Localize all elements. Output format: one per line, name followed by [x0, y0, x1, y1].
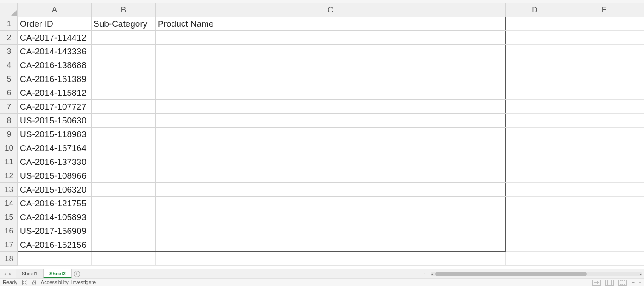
cell-A3[interactable]: CA-2014-143336 — [18, 45, 92, 58]
cell-C16[interactable] — [156, 224, 506, 238]
cell-A15[interactable]: CA-2014-105893 — [18, 210, 92, 224]
cell-C15[interactable] — [156, 210, 506, 224]
cell-C8[interactable] — [156, 114, 506, 128]
cell-D4[interactable] — [506, 58, 564, 72]
cell-A14[interactable]: CA-2016-121755 — [18, 197, 92, 210]
view-normal-button[interactable] — [592, 280, 601, 286]
cell-B16[interactable] — [92, 224, 156, 238]
cell-C9[interactable] — [156, 128, 506, 141]
scrollbar-thumb[interactable] — [435, 272, 587, 276]
cell-D13[interactable] — [506, 183, 564, 197]
cell-B10[interactable] — [92, 141, 156, 155]
cell-E12[interactable] — [564, 169, 644, 183]
cell-A10[interactable]: CA-2014-167164 — [18, 141, 92, 155]
cell-E4[interactable] — [564, 58, 644, 72]
tab-next-icon[interactable]: ▸ — [9, 271, 12, 277]
cell-D1[interactable] — [506, 17, 564, 31]
row-header[interactable]: 3 — [0, 45, 18, 58]
row-header[interactable]: 12 — [0, 169, 18, 183]
cell-E13[interactable] — [564, 183, 644, 197]
cell-D11[interactable] — [506, 155, 564, 169]
cell-C18[interactable] — [156, 252, 506, 266]
cell-B1[interactable]: Sub-Category — [92, 17, 156, 31]
cell-E6[interactable] — [564, 86, 644, 100]
cell-A11[interactable]: CA-2016-137330 — [18, 155, 92, 169]
row-header[interactable]: 16 — [0, 224, 18, 238]
cell-C7[interactable] — [156, 100, 506, 114]
cell-B17[interactable] — [92, 238, 156, 252]
cell-D9[interactable] — [506, 128, 564, 141]
cell-C6[interactable] — [156, 86, 506, 100]
cell-D18[interactable] — [506, 252, 564, 266]
cell-E17[interactable] — [564, 238, 644, 252]
cell-A12[interactable]: US-2015-108966 — [18, 169, 92, 183]
col-header-C[interactable]: C — [156, 3, 506, 17]
row-header[interactable]: 10 — [0, 141, 18, 155]
cell-D10[interactable] — [506, 141, 564, 155]
cell-A5[interactable]: CA-2016-161389 — [18, 72, 92, 86]
cell-E3[interactable] — [564, 45, 644, 58]
row-header[interactable]: 4 — [0, 58, 18, 72]
scroll-left-icon[interactable]: ◂ — [430, 272, 434, 276]
cell-B13[interactable] — [92, 183, 156, 197]
row-header[interactable]: 17 — [0, 238, 18, 252]
cell-C3[interactable] — [156, 45, 506, 58]
status-accessibility[interactable]: Accessibility: Investigate — [41, 280, 96, 285]
cell-B7[interactable] — [92, 100, 156, 114]
cell-E14[interactable] — [564, 197, 644, 210]
select-all-corner[interactable] — [0, 3, 18, 17]
cell-C10[interactable] — [156, 141, 506, 155]
row-header[interactable]: 2 — [0, 31, 18, 45]
cell-D15[interactable] — [506, 210, 564, 224]
cell-E5[interactable] — [564, 72, 644, 86]
cell-B8[interactable] — [92, 114, 156, 128]
cell-C14[interactable] — [156, 197, 506, 210]
cell-A2[interactable]: CA-2017-114412 — [18, 31, 92, 45]
cell-B4[interactable] — [92, 58, 156, 72]
cell-C13[interactable] — [156, 183, 506, 197]
cell-E11[interactable] — [564, 155, 644, 169]
cell-A6[interactable]: CA-2014-115812 — [18, 86, 92, 100]
cell-D6[interactable] — [506, 86, 564, 100]
cell-C1[interactable]: Product Name — [156, 17, 506, 31]
row-header[interactable]: 8 — [0, 114, 18, 128]
view-page-layout-button[interactable] — [605, 280, 614, 286]
cell-D8[interactable] — [506, 114, 564, 128]
sheet-tab-sheet1[interactable]: Sheet1 — [16, 269, 44, 278]
cell-E8[interactable] — [564, 114, 644, 128]
row-header[interactable]: 7 — [0, 100, 18, 114]
zoom-slider[interactable] — [639, 282, 641, 283]
cell-D7[interactable] — [506, 100, 564, 114]
add-sheet-button[interactable]: + — [71, 269, 82, 278]
spreadsheet-grid[interactable]: A B C D E 1Order IDSub-CategoryProduct N… — [0, 3, 644, 269]
cell-C5[interactable] — [156, 72, 506, 86]
cell-B6[interactable] — [92, 86, 156, 100]
cell-C17[interactable] — [156, 238, 506, 252]
accessibility-icon[interactable] — [32, 280, 36, 285]
horizontal-scrollbar[interactable]: ◂ ▸ — [431, 272, 642, 276]
col-header-A[interactable]: A — [18, 3, 92, 17]
scroll-right-icon[interactable]: ▸ — [638, 272, 643, 276]
cell-E18[interactable] — [564, 252, 644, 266]
view-page-break-button[interactable] — [618, 280, 627, 286]
cell-E10[interactable] — [564, 141, 644, 155]
cell-A16[interactable]: US-2017-156909 — [18, 224, 92, 238]
row-header[interactable]: 15 — [0, 210, 18, 224]
tab-prev-icon[interactable]: ◂ — [4, 271, 6, 277]
row-header[interactable]: 9 — [0, 128, 18, 141]
cell-E9[interactable] — [564, 128, 644, 141]
zoom-out-button[interactable]: − — [631, 280, 635, 286]
row-header[interactable]: 5 — [0, 72, 18, 86]
cell-D2[interactable] — [506, 31, 564, 45]
cell-A17[interactable]: CA-2016-152156 — [18, 238, 92, 252]
row-header[interactable]: 13 — [0, 183, 18, 197]
cell-B15[interactable] — [92, 210, 156, 224]
cell-A4[interactable]: CA-2016-138688 — [18, 58, 92, 72]
cell-E15[interactable] — [564, 210, 644, 224]
cell-B12[interactable] — [92, 169, 156, 183]
cell-A7[interactable]: CA-2017-107727 — [18, 100, 92, 114]
macro-record-icon[interactable] — [22, 280, 27, 285]
col-header-E[interactable]: E — [564, 3, 644, 17]
cell-A8[interactable]: US-2015-150630 — [18, 114, 92, 128]
cell-E16[interactable] — [564, 224, 644, 238]
